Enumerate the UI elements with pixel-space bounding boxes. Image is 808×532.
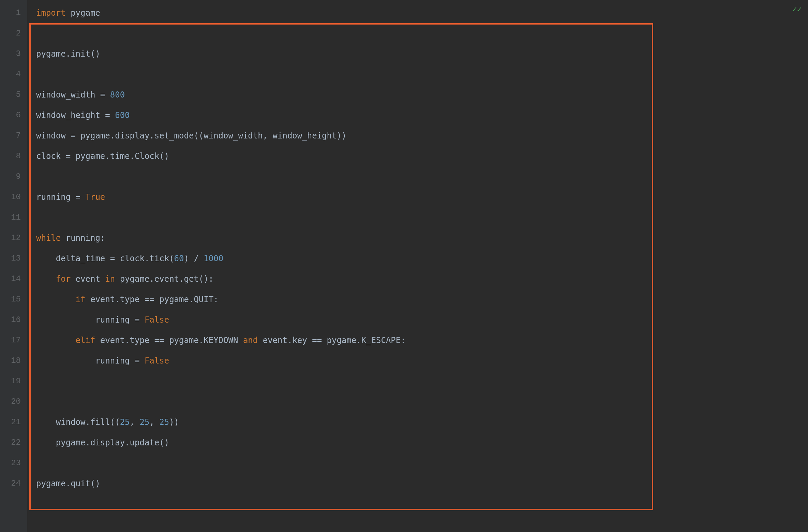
code-line[interactable]: pygame.display.update() [32, 432, 808, 453]
code-line[interactable]: delta_time = clock.tick(60) / 1000 [32, 248, 808, 269]
token-id[interactable]: , [130, 417, 140, 427]
code-line-text[interactable]: window.fill((25, 25, 25)) [36, 417, 179, 427]
code-line-text[interactable]: import pygame [36, 8, 100, 18]
code-line[interactable]: running = False [32, 351, 808, 371]
token-num[interactable]: 60 [174, 254, 184, 263]
code-line[interactable]: running = True [32, 187, 808, 207]
line-number-gutter[interactable]: 123456789101112131415161718192021222324 [0, 0, 27, 532]
token-const[interactable]: False [145, 356, 169, 366]
code-line[interactable] [32, 64, 808, 85]
line-number[interactable]: 7 [4, 125, 21, 146]
code-area[interactable]: ✓✓ import pygamepygame.init()window_widt… [27, 0, 808, 532]
code-line-text[interactable]: running = True [36, 192, 105, 202]
token-id[interactable] [36, 295, 76, 304]
code-line-text[interactable]: pygame.display.update() [36, 438, 169, 447]
line-number[interactable]: 22 [4, 432, 21, 453]
line-number[interactable]: 6 [4, 105, 21, 125]
line-number[interactable]: 10 [4, 187, 21, 207]
token-const[interactable]: False [145, 315, 169, 325]
code-line-text[interactable]: running = False [36, 315, 169, 325]
token-id[interactable] [36, 274, 56, 284]
code-line[interactable] [32, 166, 808, 187]
line-number[interactable]: 20 [4, 391, 21, 412]
code-content[interactable]: import pygamepygame.init()window_width =… [32, 3, 808, 494]
token-id[interactable]: )) [169, 417, 179, 427]
code-line-text[interactable]: for event in pygame.event.get(): [36, 274, 213, 284]
code-line[interactable] [32, 371, 808, 391]
token-num[interactable]: 25 [139, 417, 149, 427]
token-id[interactable]: pygame.event.get(): [115, 274, 213, 284]
line-number[interactable]: 15 [4, 289, 21, 310]
token-id[interactable]: pygame [71, 8, 100, 18]
token-id[interactable]: pygame.display.update() [36, 438, 169, 447]
code-line[interactable]: window_width = 800 [32, 85, 808, 105]
token-id[interactable]: running = [36, 315, 145, 325]
line-number[interactable]: 2 [4, 23, 21, 44]
line-number[interactable]: 21 [4, 412, 21, 432]
token-num[interactable]: 25 [120, 417, 130, 427]
code-line-text[interactable]: if event.type == pygame.QUIT: [36, 295, 219, 304]
token-id[interactable]: running = [36, 192, 86, 202]
token-kw[interactable]: elif [76, 336, 95, 345]
line-number[interactable]: 1 [4, 3, 21, 23]
token-op[interactable] [66, 8, 71, 18]
token-kw[interactable]: if [76, 295, 86, 304]
code-line-text[interactable]: delta_time = clock.tick(60) / 1000 [36, 254, 223, 263]
token-num[interactable]: 1000 [204, 254, 223, 263]
code-line-text[interactable]: pygame.quit() [36, 479, 100, 488]
code-line[interactable] [32, 207, 808, 228]
code-line[interactable]: pygame.quit() [32, 473, 808, 494]
token-id[interactable]: event [71, 274, 105, 284]
code-line[interactable]: elif event.type == pygame.KEYDOWN and ev… [32, 330, 808, 351]
token-id[interactable]: window_width = [36, 90, 110, 100]
line-number[interactable]: 11 [4, 207, 21, 228]
line-number[interactable]: 24 [4, 473, 21, 494]
token-kw[interactable]: and [243, 336, 258, 345]
token-num[interactable]: 25 [159, 417, 169, 427]
token-id[interactable]: clock = pygame.time.Clock() [36, 151, 169, 161]
token-id[interactable]: window.fill(( [36, 417, 120, 427]
code-line[interactable] [32, 391, 808, 412]
code-line[interactable]: clock = pygame.time.Clock() [32, 146, 808, 166]
code-editor[interactable]: 123456789101112131415161718192021222324 … [0, 0, 808, 532]
code-line-text[interactable]: pygame.init() [36, 49, 100, 59]
token-id[interactable]: running: [61, 233, 105, 243]
code-line-text[interactable]: while running: [36, 233, 105, 243]
token-id[interactable]: running = [36, 356, 145, 366]
line-number[interactable]: 17 [4, 330, 21, 351]
token-kw[interactable]: while [36, 233, 61, 243]
code-line[interactable] [32, 23, 808, 44]
line-number[interactable]: 23 [4, 453, 21, 473]
code-line-text[interactable]: window_width = 800 [36, 90, 125, 100]
code-line-text[interactable]: clock = pygame.time.Clock() [36, 151, 169, 161]
line-number[interactable]: 18 [4, 351, 21, 371]
token-id[interactable]: delta_time = clock.tick( [36, 254, 174, 263]
line-number[interactable]: 3 [4, 44, 21, 64]
line-number[interactable]: 16 [4, 310, 21, 330]
line-number[interactable]: 4 [4, 64, 21, 85]
code-line-text[interactable]: elif event.type == pygame.KEYDOWN and ev… [36, 336, 406, 345]
token-kw[interactable]: import [36, 8, 66, 18]
token-id[interactable]: event.type == pygame.QUIT: [86, 295, 219, 304]
code-line-text[interactable]: window_height = 600 [36, 110, 130, 120]
line-number[interactable]: 12 [4, 228, 21, 248]
code-line[interactable]: window = pygame.display.set_mode((window… [32, 125, 808, 146]
token-id[interactable]: window = pygame.display.set_mode((window… [36, 131, 346, 141]
token-const[interactable]: True [86, 192, 105, 202]
code-line[interactable]: import pygame [32, 3, 808, 23]
code-line[interactable]: window_height = 600 [32, 105, 808, 125]
token-id[interactable]: window_height = [36, 110, 115, 120]
token-kw[interactable]: for [56, 274, 71, 284]
code-line[interactable]: pygame.init() [32, 44, 808, 64]
code-line[interactable]: if event.type == pygame.QUIT: [32, 289, 808, 310]
code-line[interactable]: window.fill((25, 25, 25)) [32, 412, 808, 432]
code-line[interactable]: running = False [32, 310, 808, 330]
code-line[interactable] [32, 453, 808, 473]
line-number[interactable]: 13 [4, 248, 21, 269]
token-id[interactable]: event.type == pygame.KEYDOWN [95, 336, 243, 345]
line-number[interactable]: 5 [4, 85, 21, 105]
token-id[interactable]: pygame.init() [36, 49, 100, 59]
token-num[interactable]: 600 [115, 110, 130, 120]
token-id[interactable]: pygame.quit() [36, 479, 100, 488]
line-number[interactable]: 14 [4, 269, 21, 289]
